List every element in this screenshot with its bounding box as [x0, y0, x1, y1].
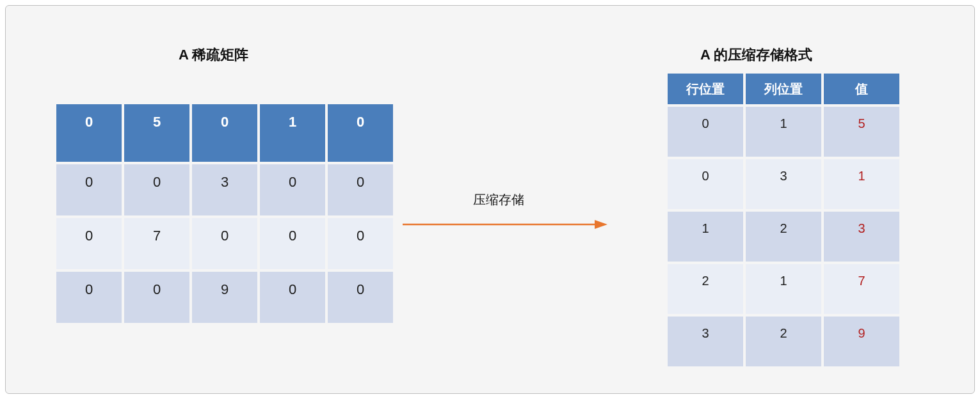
table-row: 2 1 7 — [668, 264, 899, 314]
cell-value: 3 — [824, 212, 899, 262]
compressed-format-title: A 的压缩存储格式 — [700, 45, 812, 65]
cell-row: 2 — [668, 264, 743, 314]
matrix-cell: 7 — [124, 218, 189, 269]
cell-row: 0 — [668, 159, 743, 209]
cell-value: 7 — [824, 264, 899, 314]
matrix-cell: 0 — [192, 104, 257, 162]
matrix-cell: 0 — [56, 104, 122, 162]
sparse-matrix-title: A 稀疏矩阵 — [179, 45, 248, 65]
cell-row: 3 — [668, 317, 743, 366]
cell-row: 0 — [668, 107, 743, 157]
matrix-cell: 0 — [328, 272, 393, 323]
matrix-cell: 0 — [124, 164, 189, 215]
cell-value: 5 — [824, 107, 899, 157]
compressed-table: 行位置 列位置 值 0 1 5 0 3 1 1 2 3 2 1 7 3 2 9 — [665, 71, 902, 369]
matrix-cell: 0 — [260, 272, 325, 323]
cell-col: 3 — [746, 159, 821, 209]
table-row: 1 2 3 — [668, 212, 899, 262]
cell-value: 1 — [824, 159, 899, 209]
col-header-col-index: 列位置 — [746, 74, 821, 104]
table-row: 0 1 5 — [668, 107, 899, 157]
matrix-cell: 5 — [124, 104, 189, 162]
matrix-row: 0 5 0 1 0 — [56, 104, 393, 162]
matrix-cell: 0 — [124, 272, 189, 323]
col-header-value: 值 — [824, 74, 899, 104]
matrix-cell: 1 — [260, 104, 325, 162]
matrix-row: 0 0 9 0 0 — [56, 272, 393, 323]
matrix-cell: 9 — [192, 272, 257, 323]
col-header-row-index: 行位置 — [668, 74, 743, 104]
matrix-cell: 0 — [260, 164, 325, 215]
matrix-row: 0 7 0 0 0 — [56, 218, 393, 269]
matrix-cell: 0 — [328, 164, 393, 215]
cell-col: 1 — [746, 107, 821, 157]
cell-col: 2 — [746, 212, 821, 262]
matrix-cell: 0 — [56, 164, 122, 215]
cell-value: 9 — [824, 317, 899, 366]
table-row: 3 2 9 — [668, 317, 899, 366]
matrix-cell: 3 — [192, 164, 257, 215]
cell-row: 1 — [668, 212, 743, 262]
arrow-icon — [403, 218, 607, 231]
matrix-cell: 0 — [56, 218, 122, 269]
table-header-row: 行位置 列位置 值 — [668, 74, 899, 104]
diagram-frame: A 稀疏矩阵 A 的压缩存储格式 0 5 0 1 0 0 0 3 0 0 0 7… — [5, 5, 975, 394]
svg-marker-1 — [595, 220, 607, 229]
matrix-cell: 0 — [260, 218, 325, 269]
matrix-row: 0 0 3 0 0 — [56, 164, 393, 215]
matrix-cell: 0 — [328, 218, 393, 269]
matrix-cell: 0 — [192, 218, 257, 269]
cell-col: 2 — [746, 317, 821, 366]
table-row: 0 3 1 — [668, 159, 899, 209]
matrix-cell: 0 — [56, 272, 122, 323]
matrix-cell: 0 — [328, 104, 393, 162]
cell-col: 1 — [746, 264, 821, 314]
sparse-matrix: 0 5 0 1 0 0 0 3 0 0 0 7 0 0 0 0 0 9 0 0 — [54, 102, 396, 325]
arrow-label: 压缩存储 — [473, 191, 524, 208]
